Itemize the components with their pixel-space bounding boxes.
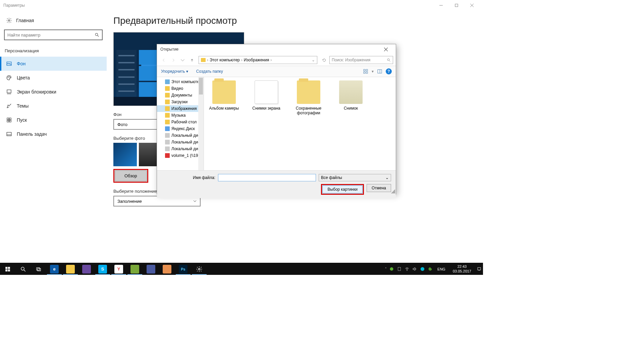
search-input[interactable] — [7, 33, 95, 38]
svg-point-40 — [407, 270, 407, 270]
sidebar-item-background[interactable]: Фон — [0, 57, 107, 71]
tree-item[interactable]: Документы — [157, 92, 204, 99]
sidebar-item-taskbar[interactable]: Панель задач — [0, 127, 107, 141]
close-button[interactable] — [464, 0, 480, 11]
tree-item[interactable]: Локальный диск — [157, 145, 204, 152]
filename-input[interactable] — [218, 174, 316, 181]
sidebar-item-label: Фон — [17, 61, 25, 66]
tree-item[interactable]: Локальный диск — [157, 132, 204, 139]
cancel-button[interactable]: Отмена — [367, 184, 391, 192]
list-item[interactable]: Снимок — [334, 80, 368, 111]
page-title: Предварительный просмотр — [113, 15, 476, 26]
list-item[interactable]: Сохраненные фотографии — [292, 80, 325, 115]
breadcrumb[interactable]: Этот компьютер — [210, 58, 240, 62]
taskbar-app-explorer[interactable] — [62, 263, 78, 275]
taskbar-app-snip[interactable] — [78, 263, 95, 275]
taskbar-app-skype[interactable]: S — [95, 263, 111, 275]
gear-icon — [6, 17, 12, 23]
preview-pane-icon[interactable] — [377, 69, 382, 74]
thumbnail[interactable] — [113, 143, 137, 166]
wifi-icon[interactable] — [405, 266, 410, 272]
refresh-button[interactable] — [320, 56, 328, 64]
tray-icon[interactable] — [420, 266, 425, 272]
search-icon — [95, 33, 99, 37]
sidebar-item-themes[interactable]: Темы — [0, 99, 107, 113]
taskbar-app-save[interactable] — [143, 263, 159, 275]
close-icon — [384, 48, 388, 51]
sidebar-item-start[interactable]: Пуск — [0, 113, 107, 127]
taskbar-app-yandex[interactable]: Y — [111, 263, 127, 275]
resize-grip[interactable] — [391, 189, 395, 193]
taskbar-app-settings[interactable] — [191, 263, 207, 275]
volume-icon[interactable] — [412, 266, 417, 272]
svg-rect-32 — [8, 269, 10, 271]
recent-dropdown[interactable] — [178, 56, 186, 64]
language-indicator[interactable]: ENG — [435, 267, 447, 271]
tree-item[interactable]: Этот компьютер — [157, 78, 204, 85]
dialog-search[interactable]: Поиск: Изображения — [329, 56, 393, 64]
svg-point-33 — [21, 267, 24, 270]
sidebar-item-lockscreen[interactable]: Экран блокировки — [0, 85, 107, 99]
svg-rect-1 — [455, 4, 458, 7]
tree-item[interactable]: Видео — [157, 85, 204, 92]
chevron-down-icon: ⌄ — [385, 175, 389, 180]
select-picture-button[interactable]: Выбор картинки — [322, 185, 363, 193]
svg-point-10 — [10, 77, 10, 78]
taskbar-app-paint[interactable] — [159, 263, 175, 275]
svg-point-4 — [8, 20, 10, 21]
start-button[interactable] — [0, 263, 15, 275]
svg-point-37 — [199, 268, 200, 270]
address-bar[interactable]: › Этот компьютер › Изображения › ⌄ — [199, 56, 317, 64]
tree-item-selected[interactable]: Изображения — [157, 105, 204, 112]
maximize-button[interactable] — [449, 0, 464, 11]
search-button[interactable] — [15, 263, 31, 275]
tree-item[interactable]: volume_1 (\\192 — [157, 152, 204, 159]
folder-tree[interactable]: Этот компьютер Видео Документы Загрузки … — [157, 77, 204, 170]
filetype-dropdown[interactable]: Все файлы⌄ — [319, 174, 391, 181]
notifications-icon[interactable] — [477, 266, 482, 272]
taskbar-app-notepad[interactable] — [127, 263, 143, 275]
scrollbar[interactable] — [198, 77, 204, 170]
new-folder-button[interactable]: Создать папку — [196, 69, 223, 74]
up-button[interactable] — [188, 56, 196, 64]
tree-item[interactable]: Рабочий стол — [157, 119, 204, 125]
task-view-button[interactable] — [31, 263, 46, 275]
svg-rect-15 — [7, 120, 9, 122]
tray-icon[interactable] — [428, 266, 433, 272]
svg-point-21 — [387, 59, 389, 61]
organize-menu[interactable]: Упорядочить ▾ — [161, 69, 188, 74]
tray-chevron-icon[interactable]: ˆ — [385, 267, 386, 271]
svg-rect-39 — [398, 267, 401, 271]
tray-icon[interactable] — [389, 266, 394, 272]
list-item[interactable]: Снимки экрана — [250, 80, 283, 111]
home-link[interactable]: Главная — [0, 14, 107, 27]
forward-button[interactable] — [169, 56, 177, 64]
list-item[interactable]: Альбом камеры — [207, 80, 241, 111]
tree-item[interactable]: Локальный диск — [157, 139, 204, 145]
sidebar-item-colors[interactable]: Цвета — [0, 71, 107, 85]
svg-rect-26 — [366, 72, 368, 73]
minimize-button[interactable] — [433, 0, 449, 11]
clock[interactable]: 22:43 03.05.2017 — [450, 264, 474, 274]
tree-item[interactable]: Музыка — [157, 112, 204, 119]
sidebar-item-label: Пуск — [17, 117, 27, 123]
dialog-close-button[interactable] — [379, 44, 392, 54]
tree-item[interactable]: Загрузки — [157, 99, 204, 105]
help-icon[interactable]: ? — [386, 68, 392, 74]
sidebar-item-label: Панель задач — [17, 131, 47, 137]
svg-point-5 — [95, 33, 98, 36]
tray-icon[interactable] — [397, 266, 402, 272]
svg-rect-42 — [478, 267, 481, 270]
open-dialog: Открытие › Этот компьютер › Изображения … — [157, 44, 396, 194]
chevron-down-icon[interactable]: ⌄ — [312, 58, 315, 62]
breadcrumb[interactable]: Изображения — [244, 58, 269, 62]
taskbar-app-photoshop[interactable]: Ps — [175, 263, 191, 275]
view-icon[interactable] — [363, 69, 368, 74]
titlebar: Параметры — [0, 0, 483, 11]
taskbar-app-edge[interactable]: e — [46, 263, 62, 275]
browse-button[interactable]: Обзор — [115, 170, 147, 181]
tree-item[interactable]: Яндекс.Диск — [157, 125, 204, 132]
search-input-wrap[interactable] — [4, 29, 103, 40]
back-button[interactable] — [160, 56, 168, 64]
file-list: Альбом камеры Снимки экрана Сохраненные … — [204, 77, 396, 170]
